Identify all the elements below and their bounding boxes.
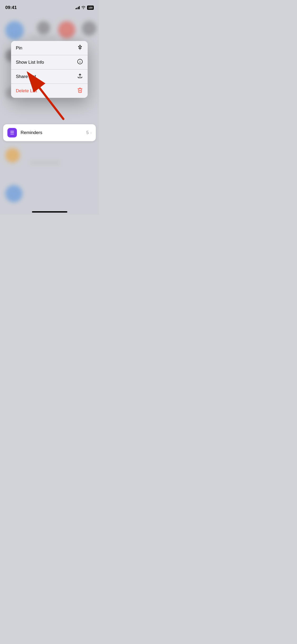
signal-bars-icon [76, 6, 80, 9]
menu-item-pin[interactable]: Pin [11, 41, 88, 55]
share-icon [77, 73, 83, 80]
reminders-count: 5 [86, 130, 89, 135]
status-bar: 09:41 100 [0, 0, 99, 12]
share-list-label: Share List [16, 74, 36, 79]
context-menu: Pin Show List Info Share List [11, 41, 88, 98]
delete-list-label: Delete List [16, 88, 37, 94]
home-indicator [32, 211, 67, 213]
reminders-name: Reminders [21, 130, 86, 135]
menu-item-delete-list[interactable]: Delete List [11, 84, 88, 98]
reminders-icon: ☰ [7, 128, 17, 137]
status-time: 09:41 [5, 5, 17, 10]
menu-item-share-list[interactable]: Share List [11, 70, 88, 84]
chevron-right-icon: › [90, 131, 92, 135]
info-icon [77, 59, 83, 66]
battery-icon: 100 [87, 6, 94, 10]
menu-item-show-list-info[interactable]: Show List Info [11, 55, 88, 70]
reminders-list-icon: ☰ [10, 130, 14, 136]
pin-icon [77, 44, 83, 52]
reminders-row[interactable]: ☰ Reminders 5 › [3, 124, 96, 141]
trash-icon [77, 87, 83, 94]
pin-label: Pin [16, 45, 22, 51]
show-list-info-label: Show List Info [16, 60, 44, 65]
background-overlay [0, 0, 99, 215]
wifi-icon [81, 6, 86, 10]
status-icons: 100 [76, 6, 94, 10]
